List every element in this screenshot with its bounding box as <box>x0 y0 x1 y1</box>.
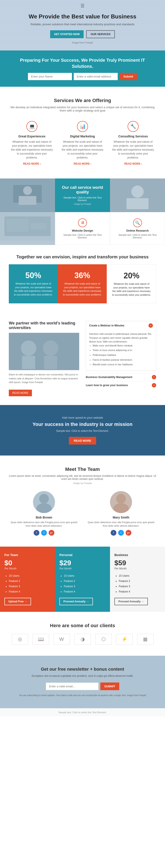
service-title-0: Great Experiences <box>11 134 53 138</box>
newsletter-email-input[interactable] <box>46 682 99 690</box>
team-social-0: f t g+ <box>9 530 79 536</box>
stat-card-0: 50% Whatever the scale and nature of you… <box>9 264 58 303</box>
feature-item: 15 Users <box>119 573 161 579</box>
services-section: Services We are Offering We develop an i… <box>0 87 165 179</box>
partners-right-col: Create a Webinar in Minutes + Interdum v… <box>86 321 156 396</box>
research-title: Online Research <box>126 229 149 232</box>
get-started-button[interactable]: GET STARTED NOW <box>50 30 84 38</box>
pricing-card-2: Business $59 Per Month 15 Users Feature … <box>110 547 165 612</box>
footer-item-title-0: Business Sustainability Management <box>86 376 132 379</box>
name-input[interactable] <box>28 73 72 80</box>
accordion-body: Interdum velit suscipit in pellentesque … <box>86 330 156 371</box>
service-title-1: Digital Marketing <box>62 134 103 138</box>
grid-center-credit: Image by Freepik <box>74 203 91 205</box>
team-desc-0: Quas dolor delenimun dum ulla Fringila p… <box>9 521 79 528</box>
svg-rect-6 <box>127 198 148 209</box>
plan-price-sub-0: Per Month <box>4 567 51 570</box>
team-desc-1: Quas dolor delenimun dum ulla Fringila p… <box>86 521 156 528</box>
service-icon-2: 🔧 <box>128 121 139 132</box>
website-title: Website Design <box>72 229 93 232</box>
list-item: Pellentesque habitant. <box>92 353 153 357</box>
facebook-icon-0[interactable]: f <box>34 530 39 536</box>
stat-text-2: Whatever the scale and nature of your pr… <box>111 282 152 297</box>
feature-item: Feature 3 <box>64 584 106 589</box>
feature-item: 15 Users <box>64 573 106 579</box>
feature-item: Feature 2 <box>64 579 106 584</box>
submit-button[interactable]: Submit <box>119 73 137 80</box>
newsletter-section: Get our free newsletter + bonus content … <box>0 656 165 708</box>
svg-point-17 <box>36 503 52 513</box>
mission-subtitle: Sample text. Click to select the Text El… <box>9 429 156 432</box>
accordion-footer: Business Sustainability Management + Lea… <box>86 373 156 389</box>
hero-section: ☰ We Provide the Best value for Business… <box>0 0 165 51</box>
team-name-1: Mary Smith <box>86 516 156 519</box>
googleplus-icon-0[interactable]: g+ <box>49 530 54 536</box>
team-card-1: Mary Smith Quas dolor delenimun dum ulla… <box>86 491 156 536</box>
newsletter-submit-button[interactable]: SUBMIT <box>100 682 119 690</box>
feature-item: Feature 3 <box>119 584 161 589</box>
googleplus-icon-1[interactable]: g+ <box>126 530 131 536</box>
website-text: Sample text. Click to select the Text El… <box>60 234 105 239</box>
footer-item-icon-1[interactable]: + <box>152 383 156 388</box>
svg-point-12 <box>21 340 36 356</box>
email-input[interactable] <box>74 73 118 80</box>
pricing-section: For Team $0 Per Month 15 Users Feature 2… <box>0 547 165 612</box>
plan-features-1: 15 Users Feature 2 Feature 3 Feature 4 <box>59 573 106 594</box>
stat-text-0: Whatever the scale and nature of your pr… <box>13 282 53 297</box>
footer-item-title-1: Learn how to grow your business <box>86 384 128 387</box>
pricing-btn-2[interactable]: Proceed Annually → <box>114 598 148 605</box>
feature-item: Feature 2 <box>9 579 51 584</box>
service-card-2: 🔧 Consulting Services Whatever the scale… <box>110 119 156 167</box>
services-subtitle: We develop an individual integrated solu… <box>9 105 156 112</box>
pricing-btn-1[interactable]: Proceed Annually → <box>59 598 93 605</box>
team-name-0: Bob Brown <box>9 516 79 519</box>
stat-number-2: 20% <box>111 271 152 280</box>
plan-price-sub-2: Per Month <box>114 567 161 570</box>
accordion-toggle-icon[interactable]: + <box>148 323 153 328</box>
newsletter-fine-print: You are subscribing to email updates. Yo… <box>18 694 147 697</box>
plan-label-1: Personal <box>59 553 106 557</box>
svg-point-2 <box>23 186 32 195</box>
service-readmore-2[interactable]: READ MORE › <box>124 162 142 165</box>
service-card-0: 💻 Great Experiences Whatever the scale a… <box>9 119 55 167</box>
accordion-intro: Interdum velit suscipit in pellentesque … <box>89 332 153 344</box>
website-icon: 🖥 <box>78 218 87 227</box>
clients-section: Here are some of our clients ◎ 📖 W ◑ ⬡ ⚡… <box>0 612 165 656</box>
accordion-main: Create a Webinar in Minutes + Interdum v… <box>86 321 156 371</box>
service-icon-0: 💻 <box>26 121 37 132</box>
feature-item: Feature 4 <box>9 589 51 594</box>
footer-item-1: Learn how to grow your business + <box>86 381 156 389</box>
list-item: Malis nunc sed blandit libero volutpat. <box>92 344 153 348</box>
service-desc-2: Whatever the scale and nature of your pr… <box>112 140 154 160</box>
partners-desc: Etiam et velit volutpaque in dictum non … <box>9 373 79 384</box>
stat-number-0: 50% <box>13 271 53 280</box>
service-readmore-1[interactable]: READ MORE › <box>74 162 91 165</box>
svg-rect-15 <box>44 356 57 369</box>
svg-point-5 <box>131 186 144 198</box>
twitter-icon-1[interactable]: t <box>118 530 124 536</box>
client-logos-grid: ◎ 📖 W ◑ ⬡ ⚡ ▦ <box>9 634 156 645</box>
partners-read-more-button[interactable]: READ MORE <box>9 390 32 396</box>
newsletter-subtitle: Excepteur sint occaecat cupidatat non pr… <box>18 674 147 678</box>
service-readmore-0[interactable]: READ MORE › <box>23 162 41 165</box>
pricing-btn-0[interactable]: Upload Free → <box>4 598 31 605</box>
footer-item-icon-0[interactable]: + <box>152 375 156 379</box>
twitter-icon-0[interactable]: t <box>41 530 47 536</box>
client-logo-2: W <box>53 634 70 645</box>
grid-center-card: Our call service world quality Sample te… <box>55 179 110 212</box>
client-logo-3: ◑ <box>74 634 91 645</box>
team-section: Meet The Team Lorem ipsum dolor sit amet… <box>0 456 165 547</box>
facebook-icon-1[interactable]: f <box>111 530 116 536</box>
our-services-button[interactable]: OUR SERVICES <box>86 30 115 38</box>
list-item: Blandit turpis cursus in hac habitasse. <box>92 363 153 367</box>
accordion-header[interactable]: Create a Webinar in Minutes + <box>86 321 156 330</box>
footer-text: Sample text. Click to select the Text El… <box>58 711 107 714</box>
partners-left-col: We partner with the world's leading univ… <box>9 321 79 396</box>
transform-section: Together we can envision, inspire and tr… <box>0 245 165 312</box>
stat-card-1: 36% Whatever the scale and nature of you… <box>58 264 107 303</box>
mission-read-more-button[interactable]: READ MORE <box>69 437 96 444</box>
grid-photo-bottom-left <box>0 212 55 245</box>
pricing-card-0: For Team $0 Per Month 15 Users Feature 2… <box>0 547 55 612</box>
hamburger-icon[interactable]: ☰ <box>81 3 84 8</box>
svg-rect-10 <box>31 223 46 229</box>
